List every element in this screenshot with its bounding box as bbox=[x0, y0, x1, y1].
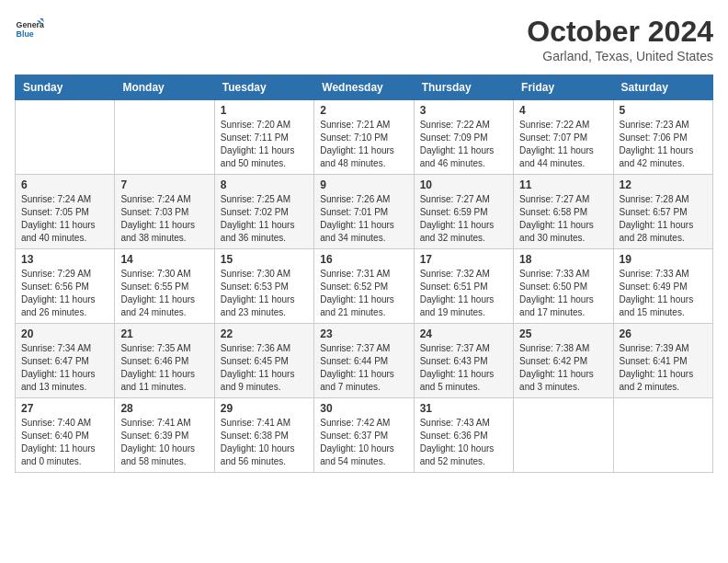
calendar-cell: 16Sunrise: 7:31 AMSunset: 6:52 PMDayligh… bbox=[314, 249, 414, 324]
day-info: Sunrise: 7:29 AMSunset: 6:56 PMDaylight:… bbox=[21, 268, 108, 319]
calendar-cell: 31Sunrise: 7:43 AMSunset: 6:36 PMDayligh… bbox=[414, 398, 513, 473]
day-number: 22 bbox=[221, 327, 308, 340]
day-info: Sunrise: 7:41 AMSunset: 6:39 PMDaylight:… bbox=[120, 417, 208, 468]
day-number: 26 bbox=[620, 327, 707, 340]
calendar-cell: 15Sunrise: 7:30 AMSunset: 6:53 PMDayligh… bbox=[214, 249, 313, 324]
day-number: 7 bbox=[120, 178, 208, 191]
day-info: Sunrise: 7:35 AMSunset: 6:46 PMDaylight:… bbox=[120, 342, 208, 394]
day-info: Sunrise: 7:33 AMSunset: 6:50 PMDaylight:… bbox=[519, 268, 607, 319]
day-number: 28 bbox=[120, 402, 208, 415]
calendar-cell: 21Sunrise: 7:35 AMSunset: 6:46 PMDayligh… bbox=[115, 324, 214, 398]
day-number: 13 bbox=[21, 253, 108, 266]
day-number: 4 bbox=[519, 104, 607, 117]
day-info: Sunrise: 7:42 AMSunset: 6:37 PMDaylight:… bbox=[320, 417, 407, 468]
calendar-day-header: Monday bbox=[115, 75, 214, 100]
day-info: Sunrise: 7:21 AMSunset: 7:10 PMDaylight:… bbox=[320, 119, 407, 170]
day-info: Sunrise: 7:31 AMSunset: 6:52 PMDaylight:… bbox=[320, 268, 407, 319]
calendar-cell: 8Sunrise: 7:25 AMSunset: 7:02 PMDaylight… bbox=[214, 175, 313, 249]
calendar-day-header: Thursday bbox=[414, 75, 513, 100]
calendar-cell: 29Sunrise: 7:41 AMSunset: 6:38 PMDayligh… bbox=[214, 398, 313, 473]
calendar-cell: 3Sunrise: 7:22 AMSunset: 7:09 PMDaylight… bbox=[414, 100, 513, 175]
calendar-cell: 25Sunrise: 7:38 AMSunset: 6:42 PMDayligh… bbox=[514, 324, 613, 398]
day-number: 30 bbox=[320, 402, 407, 415]
calendar-cell: 5Sunrise: 7:23 AMSunset: 7:06 PMDaylight… bbox=[613, 100, 712, 175]
day-info: Sunrise: 7:37 AMSunset: 6:44 PMDaylight:… bbox=[320, 342, 407, 394]
svg-text:Blue: Blue bbox=[17, 29, 34, 39]
day-info: Sunrise: 7:23 AMSunset: 7:06 PMDaylight:… bbox=[620, 119, 707, 170]
day-number: 6 bbox=[21, 178, 108, 191]
day-info: Sunrise: 7:33 AMSunset: 6:49 PMDaylight:… bbox=[620, 268, 707, 319]
calendar-cell: 2Sunrise: 7:21 AMSunset: 7:10 PMDaylight… bbox=[314, 100, 414, 175]
day-info: Sunrise: 7:41 AMSunset: 6:38 PMDaylight:… bbox=[221, 417, 308, 468]
day-number: 5 bbox=[620, 104, 707, 117]
calendar-cell: 26Sunrise: 7:39 AMSunset: 6:41 PMDayligh… bbox=[613, 324, 712, 398]
calendar-cell: 17Sunrise: 7:32 AMSunset: 6:51 PMDayligh… bbox=[414, 249, 513, 324]
day-info: Sunrise: 7:20 AMSunset: 7:11 PMDaylight:… bbox=[221, 119, 308, 170]
calendar-week-row: 1Sunrise: 7:20 AMSunset: 7:11 PMDaylight… bbox=[16, 100, 713, 175]
calendar-cell: 11Sunrise: 7:27 AMSunset: 6:58 PMDayligh… bbox=[514, 175, 613, 249]
day-number: 27 bbox=[21, 402, 108, 415]
day-number: 24 bbox=[420, 327, 507, 340]
day-info: Sunrise: 7:38 AMSunset: 6:42 PMDaylight:… bbox=[519, 342, 607, 394]
calendar-cell: 19Sunrise: 7:33 AMSunset: 6:49 PMDayligh… bbox=[613, 249, 712, 324]
day-number: 16 bbox=[320, 253, 407, 266]
day-info: Sunrise: 7:27 AMSunset: 6:59 PMDaylight:… bbox=[420, 193, 507, 245]
calendar-cell: 30Sunrise: 7:42 AMSunset: 6:37 PMDayligh… bbox=[314, 398, 414, 473]
calendar-cell: 1Sunrise: 7:20 AMSunset: 7:11 PMDaylight… bbox=[214, 100, 313, 175]
calendar-cell: 13Sunrise: 7:29 AMSunset: 6:56 PMDayligh… bbox=[16, 249, 115, 324]
day-info: Sunrise: 7:24 AMSunset: 7:03 PMDaylight:… bbox=[120, 193, 208, 245]
day-number: 2 bbox=[320, 104, 407, 117]
calendar-cell: 4Sunrise: 7:22 AMSunset: 7:07 PMDaylight… bbox=[514, 100, 613, 175]
calendar-cell: 20Sunrise: 7:34 AMSunset: 6:47 PMDayligh… bbox=[16, 324, 115, 398]
day-info: Sunrise: 7:39 AMSunset: 6:41 PMDaylight:… bbox=[620, 342, 707, 394]
day-info: Sunrise: 7:28 AMSunset: 6:57 PMDaylight:… bbox=[620, 193, 707, 245]
calendar-day-header: Saturday bbox=[613, 75, 712, 100]
logo-icon: General Blue bbox=[15, 15, 44, 44]
calendar-cell bbox=[613, 398, 712, 473]
calendar-cell bbox=[514, 398, 613, 473]
calendar-cell bbox=[115, 100, 214, 175]
month-title: October 2024 bbox=[527, 15, 713, 49]
day-info: Sunrise: 7:26 AMSunset: 7:01 PMDaylight:… bbox=[320, 193, 407, 245]
calendar-cell: 10Sunrise: 7:27 AMSunset: 6:59 PMDayligh… bbox=[414, 175, 513, 249]
day-info: Sunrise: 7:37 AMSunset: 6:43 PMDaylight:… bbox=[420, 342, 507, 394]
calendar-cell: 7Sunrise: 7:24 AMSunset: 7:03 PMDaylight… bbox=[115, 175, 214, 249]
day-info: Sunrise: 7:32 AMSunset: 6:51 PMDaylight:… bbox=[420, 268, 507, 319]
calendar-cell: 27Sunrise: 7:40 AMSunset: 6:40 PMDayligh… bbox=[16, 398, 115, 473]
day-info: Sunrise: 7:22 AMSunset: 7:09 PMDaylight:… bbox=[420, 119, 507, 170]
calendar-cell: 18Sunrise: 7:33 AMSunset: 6:50 PMDayligh… bbox=[514, 249, 613, 324]
day-info: Sunrise: 7:22 AMSunset: 7:07 PMDaylight:… bbox=[519, 119, 607, 170]
calendar-cell: 24Sunrise: 7:37 AMSunset: 6:43 PMDayligh… bbox=[414, 324, 513, 398]
day-info: Sunrise: 7:30 AMSunset: 6:55 PMDaylight:… bbox=[120, 268, 208, 319]
day-info: Sunrise: 7:24 AMSunset: 7:05 PMDaylight:… bbox=[21, 193, 108, 245]
day-number: 31 bbox=[420, 402, 507, 415]
calendar-week-row: 20Sunrise: 7:34 AMSunset: 6:47 PMDayligh… bbox=[16, 324, 713, 398]
day-number: 12 bbox=[620, 178, 707, 191]
title-block: October 2024 Garland, Texas, United Stat… bbox=[527, 15, 713, 63]
day-number: 25 bbox=[519, 327, 607, 340]
calendar-cell bbox=[16, 100, 115, 175]
day-number: 3 bbox=[420, 104, 507, 117]
page-header: General Blue October 2024 Garland, Texas… bbox=[15, 15, 713, 63]
day-number: 10 bbox=[420, 178, 507, 191]
day-number: 18 bbox=[519, 253, 607, 266]
day-number: 29 bbox=[221, 402, 308, 415]
day-number: 11 bbox=[519, 178, 607, 191]
logo: General Blue bbox=[15, 15, 44, 44]
day-info: Sunrise: 7:25 AMSunset: 7:02 PMDaylight:… bbox=[221, 193, 308, 245]
day-info: Sunrise: 7:30 AMSunset: 6:53 PMDaylight:… bbox=[221, 268, 308, 319]
day-info: Sunrise: 7:40 AMSunset: 6:40 PMDaylight:… bbox=[21, 417, 108, 468]
day-number: 1 bbox=[221, 104, 308, 117]
day-number: 9 bbox=[320, 178, 407, 191]
day-info: Sunrise: 7:36 AMSunset: 6:45 PMDaylight:… bbox=[221, 342, 308, 394]
calendar-day-header: Tuesday bbox=[214, 75, 313, 100]
calendar-day-header: Friday bbox=[514, 75, 613, 100]
calendar-cell: 6Sunrise: 7:24 AMSunset: 7:05 PMDaylight… bbox=[16, 175, 115, 249]
day-number: 20 bbox=[21, 327, 108, 340]
calendar-cell: 9Sunrise: 7:26 AMSunset: 7:01 PMDaylight… bbox=[314, 175, 414, 249]
calendar-header-row: SundayMondayTuesdayWednesdayThursdayFrid… bbox=[16, 75, 713, 100]
calendar-day-header: Wednesday bbox=[314, 75, 414, 100]
calendar-week-row: 13Sunrise: 7:29 AMSunset: 6:56 PMDayligh… bbox=[16, 249, 713, 324]
location-title: Garland, Texas, United States bbox=[527, 49, 713, 63]
day-number: 14 bbox=[120, 253, 208, 266]
